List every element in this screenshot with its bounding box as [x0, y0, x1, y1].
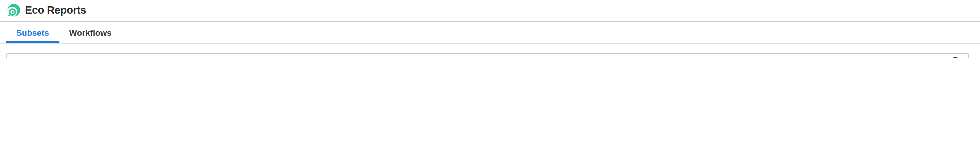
eco-logo-icon	[6, 3, 21, 18]
tab-subsets[interactable]: Subsets	[6, 22, 59, 43]
app-header: Eco Reports	[0, 0, 980, 22]
tab-workflows[interactable]: Workflows	[59, 22, 122, 43]
filter-bar	[6, 53, 969, 58]
tab-bar: Subsets Workflows	[0, 22, 980, 43]
filter-input[interactable]	[6, 53, 969, 58]
search-icon[interactable]	[951, 56, 961, 58]
page-title: Eco Reports	[25, 4, 86, 17]
page: Eco Reports Subsets Workflows Subsets (1…	[0, 0, 980, 58]
